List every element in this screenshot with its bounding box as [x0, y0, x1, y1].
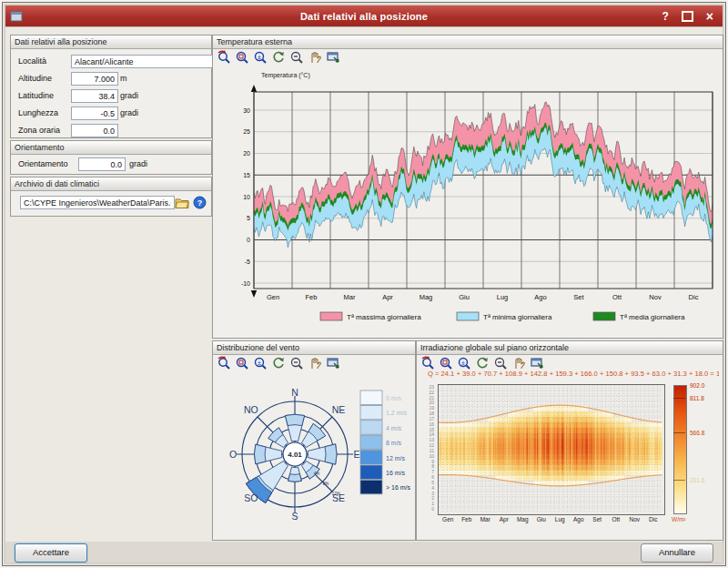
archive-group: Archivio di dati climatici ? [10, 177, 212, 217]
svg-text:Apr: Apr [382, 293, 393, 301]
capture-window-icon[interactable] [530, 356, 544, 370]
svg-text:Lug: Lug [497, 293, 509, 301]
svg-text:NO: NO [244, 404, 258, 415]
svg-text:Nov: Nov [649, 293, 662, 301]
orientation-group-title: Orientamento [11, 141, 211, 155]
orientation-input[interactable] [78, 157, 126, 171]
svg-text:1.2 m/s: 1.2 m/s [386, 410, 407, 416]
footer-bar: Accettare Annullare [5, 542, 723, 563]
scale-tick-label: 231.6 [690, 477, 704, 483]
svg-text:±: ± [258, 54, 261, 60]
zoom-reset-icon[interactable] [420, 356, 435, 370]
heatmap-month-label: Giu [532, 516, 551, 525]
zoom-select-icon[interactable]: ± [253, 50, 268, 65]
svg-text:8%: 8% [323, 482, 329, 486]
heatmap-month-label: Mar [476, 516, 495, 525]
redraw-icon[interactable] [271, 356, 286, 370]
svg-text:±: ± [258, 360, 261, 366]
svg-text:Ago: Ago [534, 293, 546, 301]
heatmap-month-label: Gen [439, 516, 458, 525]
zoom-out-icon[interactable] [493, 356, 508, 370]
latitude-unit: gradi [120, 91, 138, 100]
pan-icon[interactable] [511, 356, 526, 370]
latitude-input[interactable] [71, 89, 118, 103]
zoom-out-icon[interactable] [289, 356, 304, 370]
latitude-label: Latitudine [18, 91, 54, 100]
svg-text:?: ? [197, 198, 203, 208]
zoom-select-icon[interactable]: ± [253, 356, 268, 370]
dialog-content: Dati relativi alla posizione Località Al… [5, 26, 723, 543]
zoom-select-icon[interactable]: ± [457, 356, 471, 370]
svg-text:12%: 12% [332, 492, 340, 496]
svg-text:S: S [291, 511, 298, 522]
svg-text:±: ± [461, 360, 465, 366]
svg-text:Set: Set [573, 293, 584, 301]
redraw-icon[interactable] [271, 50, 286, 65]
svg-text:N: N [291, 387, 298, 398]
help-button[interactable]: ? [662, 11, 668, 22]
svg-text:Tª minima giornaliera: Tª minima giornaliera [483, 313, 552, 321]
capture-window-icon[interactable] [326, 356, 340, 370]
heatmap-month-label: Apr [495, 516, 514, 525]
scale-tick-label: 566.8 [690, 430, 704, 436]
wind-panel-title: Distribuzione del vento [213, 341, 415, 355]
svg-text:> 16 m/s: > 16 m/s [386, 484, 411, 491]
svg-text:E: E [353, 449, 359, 460]
irradiation-heatmap[interactable] [439, 385, 662, 512]
scale-tick-label: 811.8 [690, 395, 704, 401]
svg-text:Dic: Dic [689, 293, 699, 301]
cancel-button[interactable]: Annullare [641, 543, 713, 563]
longitude-input[interactable] [71, 106, 118, 120]
zoom-window-icon[interactable] [235, 356, 249, 370]
svg-text:Temperatura (°C): Temperatura (°C) [261, 72, 310, 79]
heatmap-month-label: Ott [607, 516, 626, 525]
screen: { "window": { "title": "Dati relativi al… [0, 0, 728, 568]
pan-icon[interactable] [308, 356, 322, 370]
wind-rose-chart[interactable]: 4.01NNEESESSOONO4%8%12%0 m/s1.2 m/s4 m/s… [213, 370, 415, 540]
heatmap-month-axis: GenFebMarAprMagGiuLugAgoSetOttNovDic [439, 516, 662, 525]
maximize-button[interactable] [682, 11, 693, 22]
help-info-icon[interactable]: ? [193, 196, 207, 209]
wind-panel: Distribuzione del vento ± 4.01NNEESESSOO… [212, 340, 416, 541]
temperature-toolbar: ± [215, 50, 340, 66]
svg-text:16 m/s: 16 m/s [386, 470, 406, 476]
heatmap-month-label: Dic [644, 516, 663, 525]
altitude-input[interactable] [71, 72, 118, 86]
pan-icon[interactable] [308, 50, 322, 65]
temperature-panel-title: Temperatura esterna [213, 36, 723, 49]
svg-text:-10: -10 [241, 280, 250, 287]
svg-text:8 m/s: 8 m/s [386, 440, 402, 446]
svg-text:NE: NE [332, 404, 346, 415]
svg-text:25: 25 [243, 128, 250, 135]
altitude-unit: m [120, 74, 127, 83]
archive-path-input[interactable] [20, 196, 175, 209]
scale-tick-mark [673, 432, 685, 433]
temperature-chart[interactable]: Temperatura (°C)302520151050-5-10GenFebM… [213, 65, 723, 338]
orientation-label: Orientamento [18, 159, 68, 168]
svg-text:5: 5 [247, 215, 250, 221]
irradiation-formula: Q = 24.1 + 39.0 + 70.7 + 108.9 + 142.8 +… [428, 370, 719, 380]
svg-text:0: 0 [247, 237, 250, 243]
zoom-window-icon[interactable] [439, 356, 453, 370]
scale-tick-mark [673, 480, 685, 481]
timezone-input[interactable] [71, 124, 118, 137]
accept-button[interactable]: Accettare [15, 543, 87, 563]
capture-window-icon[interactable] [326, 50, 340, 65]
redraw-icon[interactable] [475, 356, 490, 370]
scale-tick-mark [673, 398, 685, 399]
svg-text:Mag: Mag [420, 293, 433, 301]
open-folder-icon[interactable] [175, 196, 189, 209]
zoom-reset-icon[interactable] [217, 356, 231, 370]
svg-text:4.01: 4.01 [288, 451, 302, 459]
heatmap-month-label: Set [588, 516, 607, 525]
svg-text:4%: 4% [314, 472, 320, 476]
close-button[interactable]: × [706, 11, 713, 22]
zoom-window-icon[interactable] [235, 50, 249, 65]
zoom-reset-icon[interactable] [217, 50, 231, 65]
svg-text:SO: SO [244, 492, 258, 503]
locality-input[interactable] [71, 55, 213, 68]
orientation-unit: gradi [129, 159, 147, 168]
app-icon [10, 10, 23, 23]
zoom-out-icon[interactable] [289, 50, 304, 65]
heatmap-month-label: Mag [513, 516, 532, 525]
